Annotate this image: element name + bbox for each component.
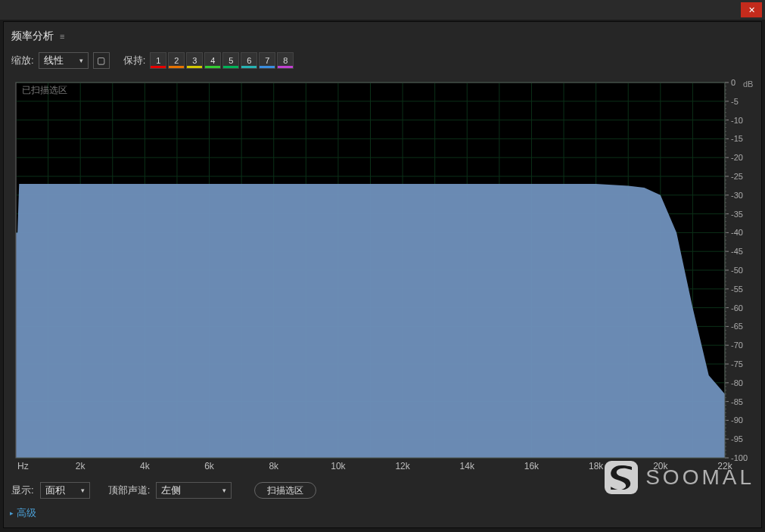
- svg-text:18k: 18k: [589, 461, 604, 471]
- svg-text:-20: -20: [731, 153, 743, 162]
- svg-text:-40: -40: [731, 228, 743, 237]
- svg-text:-85: -85: [731, 397, 743, 406]
- channel-dropdown[interactable]: 左侧 ▾: [156, 482, 232, 499]
- svg-text:-25: -25: [731, 172, 743, 181]
- svg-text:dB: dB: [743, 79, 753, 89]
- show-label: 显示:: [11, 484, 34, 497]
- show-value: 面积: [45, 484, 65, 497]
- close-button[interactable]: ✕: [741, 2, 762, 17]
- scan-button-label: 扫描选区: [267, 484, 303, 497]
- panel-menu-icon[interactable]: ≡: [60, 32, 64, 41]
- svg-text:-15: -15: [731, 134, 743, 143]
- close-icon: ✕: [748, 5, 755, 15]
- svg-text:已扫描选区: 已扫描选区: [22, 85, 67, 95]
- hold-button-2[interactable]: 2: [168, 52, 185, 69]
- hold-button-group: 1 2 3 4 5 6 7 8: [150, 52, 294, 69]
- scan-selection-button[interactable]: 扫描选区: [254, 482, 316, 499]
- svg-text:-5: -5: [731, 97, 739, 106]
- svg-text:-90: -90: [731, 415, 743, 425]
- chevron-down-icon: ▾: [79, 57, 83, 64]
- show-dropdown[interactable]: 面积 ▾: [40, 482, 90, 499]
- svg-text:-35: -35: [731, 210, 743, 219]
- svg-text:-80: -80: [731, 378, 743, 387]
- svg-text:-55: -55: [731, 285, 743, 294]
- channel-label: 顶部声道:: [108, 484, 151, 497]
- toolbar: 缩放: 线性 ▾ ▢ 保持: 1 2 3 4 5 6 7 8: [4, 49, 761, 75]
- svg-text:12k: 12k: [395, 461, 410, 471]
- hold-label: 保持:: [123, 54, 146, 67]
- disclosure-caret-icon: ▸: [10, 509, 14, 517]
- svg-text:Hz: Hz: [17, 461, 29, 471]
- svg-text:10k: 10k: [331, 461, 346, 471]
- chevron-down-icon: ▾: [81, 487, 85, 494]
- svg-text:22k: 22k: [717, 461, 732, 471]
- panel-title: 频率分析: [11, 30, 54, 43]
- zoom-dropdown[interactable]: 线性 ▾: [39, 52, 89, 69]
- selection-icon: ▢: [97, 55, 105, 66]
- svg-text:-45: -45: [731, 247, 743, 256]
- svg-text:-60: -60: [731, 303, 743, 313]
- hold-button-6[interactable]: 6: [241, 52, 257, 69]
- bottom-toolbar: 显示: 面积 ▾ 顶部声道: 左侧 ▾ 扫描选区: [4, 476, 761, 503]
- advanced-disclosure[interactable]: ▸ 高级: [4, 503, 761, 527]
- svg-text:2k: 2k: [76, 461, 86, 471]
- advanced-label: 高级: [17, 506, 36, 520]
- zoom-label: 缩放:: [11, 54, 34, 67]
- svg-text:16k: 16k: [524, 461, 540, 471]
- hold-button-4[interactable]: 4: [204, 52, 221, 69]
- svg-text:-10: -10: [731, 116, 743, 125]
- selection-tool-button[interactable]: ▢: [93, 52, 110, 69]
- panel-header: 频率分析 ≡: [4, 22, 761, 49]
- zoom-value: 线性: [44, 54, 64, 67]
- spectrum-chart[interactable]: 已扫描选区dB0-5-10-15-20-25-30-35-40-45-50-55…: [11, 78, 754, 473]
- svg-text:-95: -95: [731, 434, 743, 443]
- svg-text:6k: 6k: [204, 461, 215, 471]
- frequency-analysis-panel: 频率分析 ≡ 缩放: 线性 ▾ ▢ 保持: 1 2 3 4 5 6 7 8 已扫…: [3, 21, 762, 528]
- spectrum-svg: 已扫描选区dB0-5-10-15-20-25-30-35-40-45-50-55…: [11, 78, 754, 473]
- channel-value: 左侧: [161, 484, 181, 497]
- svg-text:-75: -75: [731, 359, 743, 369]
- titlebar: ✕: [0, 0, 765, 20]
- svg-text:4k: 4k: [140, 461, 151, 471]
- hold-button-7[interactable]: 7: [259, 52, 275, 69]
- chevron-down-icon: ▾: [222, 487, 226, 494]
- hold-button-8[interactable]: 8: [277, 52, 294, 69]
- svg-text:8k: 8k: [269, 461, 279, 471]
- svg-text:0: 0: [731, 78, 735, 87]
- hold-button-3[interactable]: 3: [186, 52, 203, 69]
- svg-text:20k: 20k: [653, 461, 668, 471]
- svg-text:-100: -100: [731, 453, 748, 462]
- svg-text:14k: 14k: [460, 461, 475, 471]
- svg-text:-50: -50: [731, 266, 743, 275]
- svg-text:-65: -65: [731, 322, 743, 331]
- hold-button-5[interactable]: 5: [222, 52, 239, 69]
- hold-button-1[interactable]: 1: [150, 52, 166, 69]
- svg-text:-30: -30: [731, 191, 743, 200]
- svg-text:-70: -70: [731, 341, 743, 350]
